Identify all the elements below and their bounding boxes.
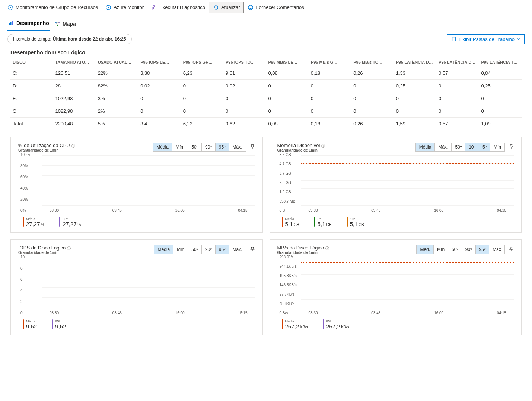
tab-map[interactable]: Mapa bbox=[54, 19, 77, 31]
col-header[interactable]: P95 LATÊNCIA DE GR… bbox=[436, 57, 479, 67]
seg-option[interactable]: Méd. bbox=[417, 245, 434, 254]
seg-option[interactable]: 50º bbox=[188, 143, 202, 151]
seg-option[interactable]: 50º bbox=[448, 245, 462, 254]
legend-item[interactable]: Média27,27 % bbox=[23, 217, 44, 227]
card-subtitle: Granularidade de 1min bbox=[18, 148, 75, 152]
col-header[interactable]: P95 LATÊNCIA DE LEI… bbox=[394, 57, 436, 67]
col-header[interactable]: USADO ATUAL… bbox=[96, 57, 138, 67]
seg-option[interactable]: Média bbox=[416, 143, 435, 151]
seg-option[interactable]: Máx. bbox=[435, 143, 452, 151]
seg-option[interactable]: 50º bbox=[188, 245, 202, 254]
y-axis-tick: 4,7 GB bbox=[280, 162, 291, 166]
legend-item[interactable]: 10º5,1 GB bbox=[347, 217, 364, 227]
time-range-picker[interactable]: Intervalo de tempo: Última hora desde 22… bbox=[7, 34, 132, 44]
table-row[interactable]: F:1022,983%000000000 bbox=[10, 92, 522, 105]
seg-option[interactable]: 90º bbox=[202, 245, 216, 254]
legend-swatch bbox=[347, 217, 348, 227]
col-header[interactable]: P95 MB/s TO… bbox=[351, 57, 394, 67]
tab-performance[interactable]: Desempenho bbox=[7, 19, 50, 31]
col-header[interactable]: P95 IOPS GR… bbox=[181, 57, 223, 67]
legend-item[interactable]: 95º9,62 bbox=[52, 319, 66, 330]
legend-swatch bbox=[23, 319, 24, 329]
seg-option[interactable]: 50º bbox=[452, 143, 465, 151]
col-header[interactable]: P95 MB/s G… bbox=[309, 57, 351, 67]
legend-unit: GB bbox=[358, 223, 364, 227]
seg-option[interactable]: 5º bbox=[479, 143, 490, 151]
info-icon[interactable]: i bbox=[67, 246, 71, 250]
seg-option[interactable]: 95º bbox=[476, 245, 490, 254]
table-cell: 0 bbox=[309, 80, 351, 92]
legend-item[interactable]: Média267,2 KB/s bbox=[282, 319, 308, 330]
col-header[interactable]: DISCO bbox=[10, 57, 53, 67]
performance-icon bbox=[8, 20, 14, 26]
x-axis-tick: 04:15 bbox=[238, 209, 247, 213]
workbook-icon bbox=[451, 36, 457, 42]
seg-option[interactable]: 90º bbox=[462, 245, 476, 254]
cmd-run-diagnostics[interactable]: Executar Diagnóstico bbox=[147, 2, 209, 13]
cmd-label: Fornecer Comentários bbox=[256, 4, 304, 10]
info-icon[interactable]: i bbox=[71, 144, 75, 148]
seg-option[interactable]: Mín bbox=[434, 245, 448, 254]
table-cell: 0 bbox=[138, 92, 181, 105]
seg-option[interactable]: Máx. bbox=[229, 143, 245, 151]
legend-swatch bbox=[314, 217, 315, 227]
table-cell: D: bbox=[10, 80, 53, 92]
legend-item[interactable]: 95º27,27 % bbox=[59, 217, 81, 227]
table-row[interactable]: D:2882%0,0200,020000,2500,25 bbox=[10, 80, 522, 92]
col-header[interactable]: P95 IOPS TO… bbox=[223, 57, 266, 67]
svg-point-3 bbox=[108, 7, 109, 8]
disk-table-wrapper: DISCOTAMANHO ATU…USADO ATUAL…P95 IOPS LE… bbox=[0, 57, 532, 130]
legend-unit: % bbox=[77, 223, 81, 227]
pin-icon[interactable] bbox=[509, 144, 514, 150]
legend-item[interactable]: Média9,62 bbox=[23, 319, 37, 330]
cmd-refresh[interactable]: Atualizar bbox=[209, 2, 244, 13]
table-cell: 0,25 bbox=[394, 80, 436, 92]
pin-icon[interactable] bbox=[509, 246, 514, 253]
tab-label: Mapa bbox=[63, 21, 76, 27]
table-row[interactable]: Total2200,485%3,46,239,620,080,180,261,5… bbox=[10, 118, 522, 130]
seg-option[interactable]: Mín bbox=[173, 245, 188, 254]
aggregation-segmented: Méd.Mín50º90º95ºMáx bbox=[416, 245, 505, 254]
info-icon[interactable]: i bbox=[321, 144, 325, 148]
table-row[interactable]: G:1022,982%000000000 bbox=[10, 105, 522, 118]
pin-icon[interactable] bbox=[250, 144, 255, 150]
seg-option[interactable]: 10º bbox=[465, 143, 479, 151]
table-cell: 1022,98 bbox=[53, 92, 95, 105]
cmd-resource-group-monitoring[interactable]: Monitoramento de Grupo de Recursos bbox=[4, 2, 102, 13]
chart-area[interactable]: 108642003:3003:4516:0016:15 bbox=[20, 257, 255, 313]
legend-swatch bbox=[52, 319, 53, 329]
seg-option[interactable]: Média bbox=[154, 245, 174, 254]
col-header[interactable]: P95 IOPS LE… bbox=[138, 57, 181, 67]
col-header[interactable]: P95 LATÊNCIA TOTAL … bbox=[479, 57, 522, 67]
card-subtitle: Granularidade de 1min bbox=[277, 148, 325, 152]
table-cell: 3% bbox=[96, 92, 138, 105]
seg-option[interactable]: Mín bbox=[490, 143, 504, 151]
y-axis-tick: 6 bbox=[20, 277, 23, 281]
table-cell: 5% bbox=[96, 118, 138, 130]
chart-area[interactable]: 100%80%60%40%20%0%03:3003:4516:0004:15 bbox=[20, 155, 255, 210]
seg-option[interactable]: Máx bbox=[489, 245, 504, 254]
pin-icon[interactable] bbox=[250, 246, 255, 253]
chart-area[interactable]: 5,6 GB4,7 GB3,7 GB2,8 GB1,9 GB953,7 MB0 … bbox=[280, 155, 514, 210]
info-icon[interactable]: i bbox=[325, 246, 329, 250]
chart-area[interactable]: 293KB/s244.1KB/s195.3KB/s146.5KB/s97.7KB… bbox=[280, 257, 514, 313]
view-workbooks-button[interactable]: Exibir Pastas de Trabalho bbox=[447, 34, 525, 44]
col-header[interactable]: P95 MB/S LE… bbox=[266, 57, 308, 67]
y-axis-tick: 97.7KB/s bbox=[280, 292, 295, 296]
cmd-azure-monitor[interactable]: Azure Monitor bbox=[102, 2, 147, 13]
col-header[interactable]: TAMANHO ATU… bbox=[53, 57, 95, 67]
legend-item[interactable]: Média5,1 GB bbox=[282, 217, 299, 227]
seg-option[interactable]: 95º bbox=[216, 245, 229, 254]
table-row[interactable]: C:126,5122%3,386,239,610,080,180,261,330… bbox=[10, 67, 522, 80]
legend-item[interactable]: 95º267,2 KB/s bbox=[323, 319, 349, 330]
seg-option[interactable]: Média bbox=[153, 143, 172, 151]
legend-item[interactable]: 5º5,1 GB bbox=[314, 217, 332, 227]
card-title: IOPS do Disco Lógico bbox=[18, 245, 66, 251]
seg-option[interactable]: Mín. bbox=[172, 143, 188, 151]
seg-option[interactable]: 95º bbox=[216, 143, 229, 151]
seg-option[interactable]: 90º bbox=[202, 143, 216, 151]
table-cell: 0 bbox=[181, 92, 223, 105]
table-cell: F: bbox=[10, 92, 53, 105]
cmd-feedback[interactable]: Fornecer Comentários bbox=[244, 2, 308, 13]
seg-option[interactable]: Máx. bbox=[229, 245, 245, 254]
